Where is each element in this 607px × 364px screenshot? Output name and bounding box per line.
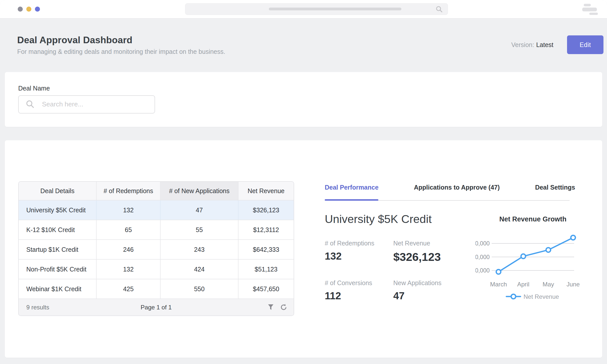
window-controls xyxy=(18,7,40,12)
filter-card: Deal Name xyxy=(5,72,602,127)
search-icon xyxy=(26,100,34,108)
page-indicator: Page 1 of 1 xyxy=(19,304,294,311)
deal-search-field xyxy=(18,95,155,113)
table-cell[interactable]: $326,123 xyxy=(239,200,294,220)
edit-button[interactable]: Edit xyxy=(567,35,603,54)
results-count: 9 results xyxy=(26,304,49,311)
window-dot-yellow[interactable] xyxy=(26,7,31,12)
stat-label: New Applications xyxy=(393,279,469,287)
app-window: Deal Approval Dashboard For managing & e… xyxy=(0,0,607,364)
table-cell[interactable]: K-12 $10K Credit xyxy=(19,220,97,239)
table-cell[interactable]: 550 xyxy=(161,279,239,299)
tab-deal-performance[interactable]: Deal Performance xyxy=(325,184,379,191)
table-cell[interactable]: 47 xyxy=(161,200,239,220)
table-row[interactable]: K-12 $10K Credit6555$12,3112 xyxy=(19,220,294,239)
stat-label: # of Conversions xyxy=(325,279,393,287)
svg-text:April: April xyxy=(517,281,529,288)
svg-text:March: March xyxy=(490,281,507,288)
stat-value: 112 xyxy=(325,290,393,302)
refresh-icon[interactable] xyxy=(280,304,287,311)
version-label: Version: xyxy=(511,41,534,48)
column-header-3[interactable]: Net Revenue xyxy=(239,182,294,200)
table-header-row: Deal Details# of Redemptions# of New App… xyxy=(19,182,294,200)
table-cell[interactable]: University $5K Credit xyxy=(19,200,97,220)
table-cell[interactable]: $642,333 xyxy=(239,240,294,259)
stat-value: $326,123 xyxy=(393,251,469,264)
chart-title: Net Revenue Growth xyxy=(475,215,590,223)
version-value: Latest xyxy=(536,41,553,48)
menu-icon[interactable] xyxy=(582,4,598,15)
table-cell[interactable]: 425 xyxy=(97,279,161,299)
search-icon xyxy=(436,6,443,13)
deals-card: Deal Details# of Redemptions# of New App… xyxy=(5,140,602,358)
table-row[interactable]: University $5K Credit13247$326,123 xyxy=(19,200,294,220)
table-cell[interactable]: 243 xyxy=(161,240,239,259)
deal-search-input[interactable] xyxy=(41,96,151,112)
url-placeholder-pill xyxy=(269,8,401,10)
table-cell[interactable]: $51,123 xyxy=(239,260,294,279)
stat-value: 47 xyxy=(393,290,469,302)
table-cell[interactable]: 55 xyxy=(161,220,239,239)
browser-chrome xyxy=(0,0,607,19)
table-cell[interactable]: $12,3112 xyxy=(239,220,294,239)
table-cell[interactable]: Webinar $1K Credit xyxy=(19,279,97,299)
window-dot-indigo[interactable] xyxy=(35,7,40,12)
table-cell[interactable]: Non-Profit $5K Credit xyxy=(19,260,97,279)
table-cell[interactable]: 246 xyxy=(97,240,161,259)
version-info: Version:Latest xyxy=(511,41,553,49)
table-cell[interactable]: 132 xyxy=(97,200,161,220)
tabs: Deal PerformanceApplications to Approve … xyxy=(325,184,575,191)
window-dot-gray[interactable] xyxy=(18,7,23,12)
table-cell[interactable]: 424 xyxy=(161,260,239,279)
stat: # of Conversions112 xyxy=(325,279,393,302)
column-header-2[interactable]: # of New Applications xyxy=(161,182,239,200)
stats-grid: # of Redemptions132Net Revenue$326,123# … xyxy=(325,240,469,302)
svg-text:$200,000: $200,000 xyxy=(475,254,490,260)
column-header-1[interactable]: # of Redemptions xyxy=(97,182,161,200)
table-cell[interactable]: 132 xyxy=(97,260,161,279)
stat: # of Redemptions132 xyxy=(325,240,393,264)
page-subtitle: For managing & editing deals and monitor… xyxy=(17,48,225,55)
active-tab-underline xyxy=(325,199,378,201)
stat-value: 132 xyxy=(325,251,393,262)
table-row[interactable]: Startup $1K Credit246243$642,333 xyxy=(19,239,294,259)
filter-icon[interactable] xyxy=(267,304,274,311)
column-header-0[interactable]: Deal Details xyxy=(19,182,97,200)
tab-deal-settings[interactable]: Deal Settings xyxy=(535,184,575,191)
stat-label: Net Revenue xyxy=(393,240,469,247)
table-row[interactable]: Webinar $1K Credit425550$457,650 xyxy=(19,279,294,299)
dashboard-page: Deal Approval Dashboard For managing & e… xyxy=(0,18,607,364)
svg-text:$100,000: $100,000 xyxy=(475,267,490,274)
deal-name-label: Deal Name xyxy=(18,85,50,92)
header-actions: Version:Latest Edit xyxy=(511,35,603,54)
svg-text:$300,000: $300,000 xyxy=(475,240,490,247)
svg-text:Net Revenue: Net Revenue xyxy=(524,293,559,300)
table-body: University $5K Credit13247$326,123K-12 $… xyxy=(19,200,294,299)
stat: New Applications47 xyxy=(393,279,469,302)
svg-text:May: May xyxy=(543,281,554,288)
table-cell[interactable]: Startup $1K Credit xyxy=(19,240,97,259)
table-cell[interactable]: $457,650 xyxy=(239,279,294,299)
table-row[interactable]: Non-Profit $5K Credit132424$51,123 xyxy=(19,259,294,279)
svg-text:June: June xyxy=(567,281,580,288)
tab-applications-to-approve-47-[interactable]: Applications to Approve (47) xyxy=(414,184,500,191)
revenue-chart: $100,000$200,000$300,000MarchAprilMayJun… xyxy=(475,229,602,305)
page-title: Deal Approval Dashboard xyxy=(17,35,133,46)
address-bar[interactable] xyxy=(185,3,448,15)
table-footer: 9 results Page 1 of 1 xyxy=(19,299,294,315)
deal-heading: University $5K Credit xyxy=(325,213,432,226)
table-cell[interactable]: 65 xyxy=(97,220,161,239)
stat: Net Revenue$326,123 xyxy=(393,240,469,264)
stat-label: # of Redemptions xyxy=(325,240,393,247)
deals-table: Deal Details# of Redemptions# of New App… xyxy=(18,181,294,316)
